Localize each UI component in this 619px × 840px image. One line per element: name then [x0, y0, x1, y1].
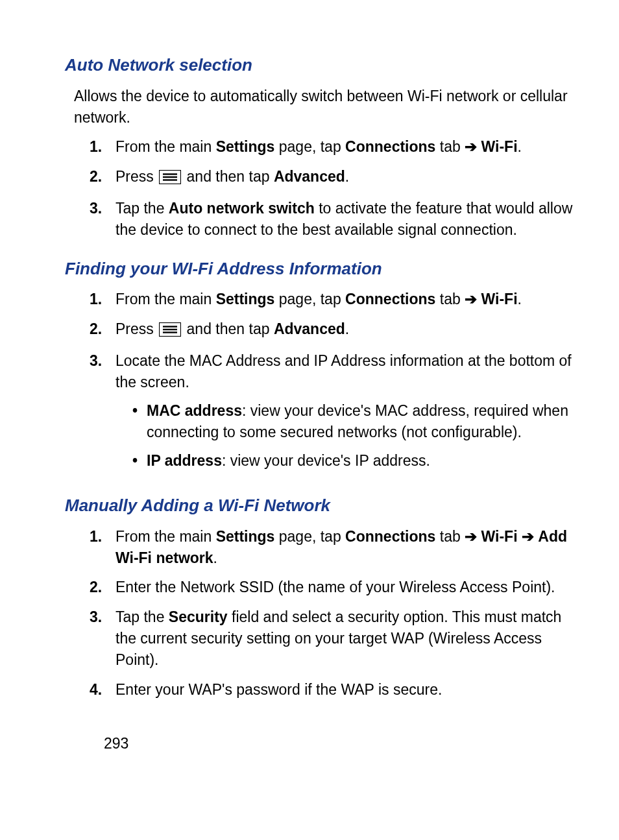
bold-text: Wi-Fi [481, 138, 518, 155]
step-body: Tap the Auto network switch to activate … [115, 198, 580, 241]
bold-text: Connections [345, 528, 435, 545]
step-item: 3.Tap the Security field and select a se… [90, 606, 580, 671]
text: Enter the Network SSID (the name of your… [115, 579, 555, 595]
step-item: 1.From the main Settings page, tap Conne… [90, 289, 580, 310]
text: . [518, 138, 522, 155]
step-list: 1.From the main Settings page, tap Conne… [65, 136, 580, 241]
section-heading: Finding your WI-Fi Address Information [65, 257, 580, 282]
sub-item: IP address: view your device's IP addres… [132, 450, 580, 472]
bold-text: Wi-Fi [481, 528, 518, 545]
step-number: 1. [90, 526, 115, 570]
text: page, tap [274, 528, 345, 545]
section-intro: Allows the device to automatically switc… [74, 86, 580, 129]
arrow-icon: ➔ [465, 528, 477, 545]
step-item: 1.From the main Settings page, tap Conne… [90, 136, 580, 158]
step-item: 2.Press and then tap Advanced. [90, 166, 580, 190]
text: . [518, 291, 522, 307]
bold-text: Advanced [274, 320, 345, 337]
step-number: 1. [90, 136, 115, 158]
menu-icon [159, 169, 181, 190]
bold-text: Security [169, 608, 228, 625]
section-heading: Auto Network selection [65, 53, 580, 78]
step-item: 3.Locate the MAC Address and IP Address … [90, 350, 580, 478]
step-number: 2. [90, 166, 115, 190]
step-item: 1.From the main Settings page, tap Conne… [90, 526, 580, 570]
arrow-icon: ➔ [522, 528, 534, 545]
text: Enter your WAP's password if the WAP is … [115, 681, 442, 698]
text: Tap the [115, 608, 169, 625]
bold-text: Settings [216, 138, 275, 155]
text: Press [115, 320, 158, 337]
step-body: From the main Settings page, tap Connect… [115, 136, 580, 158]
step-number: 4. [90, 679, 115, 701]
text: and then tap [182, 168, 274, 185]
step-number: 2. [90, 318, 115, 342]
text: . [345, 320, 349, 337]
text: tab [435, 138, 465, 155]
bold-text: Settings [216, 291, 275, 307]
arrow-icon: ➔ [465, 291, 477, 307]
step-item: 3.Tap the Auto network switch to activat… [90, 198, 580, 241]
text: Press [115, 168, 158, 185]
arrow-icon: ➔ [465, 138, 477, 155]
step-body: Enter your WAP's password if the WAP is … [115, 679, 580, 701]
step-number: 1. [90, 289, 115, 310]
text: From the main [115, 291, 216, 307]
step-body: From the main Settings page, tap Connect… [115, 289, 580, 310]
text: Locate the MAC Address and IP Address in… [115, 352, 572, 390]
step-body: Press and then tap Advanced. [115, 166, 580, 190]
document-page: Auto Network selectionAllows the device … [65, 53, 580, 754]
text: tab [435, 291, 465, 307]
menu-icon [159, 321, 181, 342]
bold-text: Wi-Fi [481, 291, 518, 307]
text: . [213, 549, 217, 566]
step-number: 3. [90, 350, 115, 478]
bold-text: Advanced [274, 168, 345, 185]
step-body: From the main Settings page, tap Connect… [115, 526, 580, 570]
text: page, tap [274, 291, 345, 307]
sub-list: MAC address: view your device's MAC addr… [115, 400, 580, 472]
step-item: 2.Press and then tap Advanced. [90, 318, 580, 342]
text: page, tap [274, 138, 345, 155]
bold-text: Connections [345, 138, 435, 155]
text: and then tap [182, 320, 274, 337]
bold-text: Auto network switch [169, 200, 315, 217]
step-item: 2.Enter the Network SSID (the name of yo… [90, 577, 580, 598]
bold-text: MAC address [147, 402, 242, 419]
sub-item: MAC address: view your device's MAC addr… [132, 400, 580, 444]
text: : view your device's IP address. [222, 452, 430, 469]
step-body: Tap the Security field and select a secu… [115, 606, 580, 671]
bold-text: Settings [216, 528, 275, 545]
text: tab [435, 528, 465, 545]
text: From the main [115, 138, 216, 155]
section-heading: Manually Adding a Wi-Fi Network [65, 494, 580, 518]
step-body: Press and then tap Advanced. [115, 318, 580, 342]
step-list: 1.From the main Settings page, tap Conne… [65, 526, 580, 701]
step-body: Enter the Network SSID (the name of your… [115, 577, 580, 598]
step-body: Locate the MAC Address and IP Address in… [115, 350, 580, 478]
text: Tap the [115, 200, 169, 217]
step-number: 3. [90, 198, 115, 241]
bold-text: IP address [147, 452, 222, 469]
step-number: 2. [90, 577, 115, 598]
text: From the main [115, 528, 216, 545]
step-item: 4.Enter your WAP's password if the WAP i… [90, 679, 580, 701]
bold-text: Connections [345, 291, 435, 307]
step-list: 1.From the main Settings page, tap Conne… [65, 289, 580, 477]
text: . [345, 168, 349, 185]
page-number: 293 [104, 733, 580, 754]
step-number: 3. [90, 606, 115, 671]
